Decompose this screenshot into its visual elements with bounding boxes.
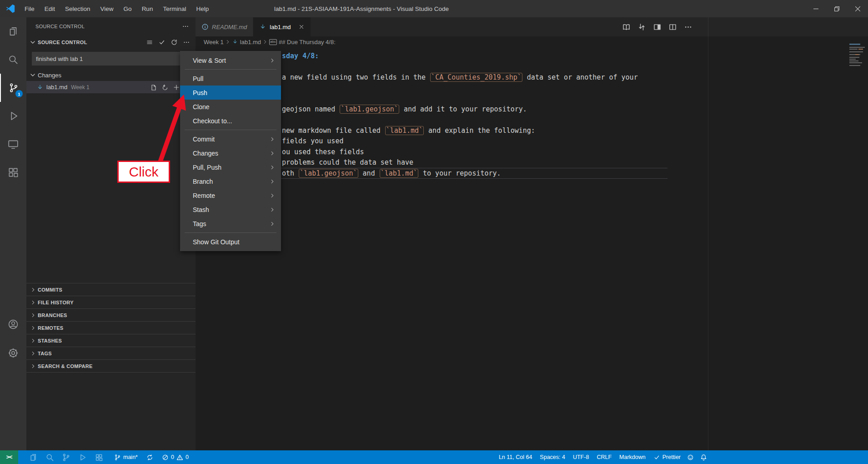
close-button[interactable] xyxy=(847,0,868,17)
code-line: geojson named `lab1.geojson` and add it … xyxy=(196,104,868,115)
breadcrumb-item-week-1[interactable]: Week 1 xyxy=(204,39,224,45)
context-menu-item-changes[interactable]: Changes xyxy=(180,146,281,160)
stage-changes-icon[interactable] xyxy=(173,84,180,91)
open-preview-icon[interactable] xyxy=(622,23,631,31)
chevron-right-icon xyxy=(30,338,36,344)
status-spaces-4[interactable]: Spaces: 4 xyxy=(537,450,567,464)
context-menu-item-remote[interactable]: Remote xyxy=(180,188,281,202)
code-line: fields you used xyxy=(196,136,868,146)
status-ln-11-col-64[interactable]: Ln 11, Col 64 xyxy=(497,450,534,464)
panel-label: FILE HISTORY xyxy=(38,300,74,305)
warnings-icon xyxy=(176,454,183,461)
tab-label: lab1.md xyxy=(270,24,291,30)
status-prettier[interactable]: Prettier xyxy=(651,450,683,464)
context-menu-item-branch[interactable]: Branch xyxy=(180,174,281,188)
panel-remotes[interactable]: REMOTES xyxy=(26,321,196,334)
panel-commits[interactable]: COMMITS xyxy=(26,283,196,296)
problems-status[interactable]: 0 0 xyxy=(160,450,191,464)
context-menu-item-pull[interactable]: Pull xyxy=(180,71,281,86)
editor[interactable]: sday 4/8: a new field using two fields i… xyxy=(196,47,868,450)
view-as-list-icon[interactable] xyxy=(146,39,153,46)
status-markdown[interactable]: Markdown xyxy=(617,450,648,464)
source-control-icon[interactable] xyxy=(62,453,70,462)
extensions-icon[interactable] xyxy=(0,158,26,187)
activity-bar: 1 xyxy=(0,17,26,450)
extensions-icon[interactable] xyxy=(95,453,103,462)
feedback-smiley-icon[interactable] xyxy=(685,450,696,464)
open-file-icon[interactable] xyxy=(150,84,157,91)
more-actions-icon[interactable] xyxy=(182,23,189,30)
menu-item-label: Pull xyxy=(193,75,203,82)
discard-changes-icon[interactable] xyxy=(161,84,169,91)
menu-view[interactable]: View xyxy=(95,0,119,17)
more-actions-icon[interactable] xyxy=(684,23,692,31)
refresh-icon[interactable] xyxy=(171,39,178,46)
panel-branches[interactable]: BRANCHES xyxy=(26,308,196,321)
tab-readme-md[interactable]: README.md xyxy=(196,17,253,36)
menu-selection[interactable]: Selection xyxy=(60,0,95,17)
panel-label: TAGS xyxy=(38,351,52,356)
context-menu-item-pull-push[interactable]: Pull, Push xyxy=(180,160,281,174)
context-menu-item-stash[interactable]: Stash xyxy=(180,202,281,217)
context-menu-item-commit[interactable]: Commit xyxy=(180,132,281,146)
split-editor-icon[interactable] xyxy=(668,23,677,31)
preview-side-icon[interactable] xyxy=(653,23,662,31)
search-icon[interactable] xyxy=(45,453,54,462)
context-menu-item-push[interactable]: Push xyxy=(180,86,281,100)
branch-status[interactable]: main* xyxy=(112,450,140,464)
tab-lab1-md[interactable]: lab1.md xyxy=(253,17,311,36)
chevron-right-icon xyxy=(269,57,276,64)
context-menu-item-clone[interactable]: Clone xyxy=(180,100,281,114)
context-menu-item-tags[interactable]: Tags xyxy=(180,217,281,231)
sync-button[interactable] xyxy=(144,450,156,464)
panel-search-compare[interactable]: SEARCH & COMPARE xyxy=(26,359,196,373)
status-crlf[interactable]: CRLF xyxy=(594,450,614,464)
breadcrumb-item-lab1-md[interactable]: lab1.md xyxy=(232,39,261,45)
remote-explorer-icon[interactable] xyxy=(0,130,26,158)
menu-edit[interactable]: Edit xyxy=(40,0,60,17)
explorer-icon[interactable] xyxy=(0,17,26,45)
explorer-icon[interactable] xyxy=(29,453,38,462)
run-icon[interactable] xyxy=(78,453,87,462)
menu-help[interactable]: Help xyxy=(191,0,214,17)
notifications-bell-icon[interactable] xyxy=(698,450,709,464)
search-icon[interactable] xyxy=(0,45,26,74)
menu-go[interactable]: Go xyxy=(119,0,137,17)
panel-file-history[interactable]: FILE HISTORY xyxy=(26,296,196,308)
source-control-icon[interactable]: 1 xyxy=(0,74,26,102)
restore-button[interactable] xyxy=(826,0,847,17)
menu-item-label: Remote xyxy=(193,192,215,199)
context-menu-item-checkout-to[interactable]: Checkout to... xyxy=(180,114,281,128)
context-menu-item-show-git-output[interactable]: Show Git Output xyxy=(180,235,281,249)
commit-check-icon[interactable] xyxy=(158,39,166,46)
menu-file[interactable]: File xyxy=(20,0,40,17)
window-controls xyxy=(805,0,868,17)
scm-provider-row[interactable]: SOURCE CONTROL xyxy=(26,35,196,49)
run-debug-icon[interactable] xyxy=(0,102,26,130)
open-changes-icon[interactable] xyxy=(637,23,646,31)
change-item-lab1-md[interactable]: lab1.md Week 1 xyxy=(26,81,196,93)
menu-terminal[interactable]: Terminal xyxy=(158,0,191,17)
status-utf-8[interactable]: UTF-8 xyxy=(571,450,591,464)
menu-run[interactable]: Run xyxy=(137,0,158,17)
context-menu-item-view-sort[interactable]: View & Sort xyxy=(180,53,281,67)
breadcrumb-item-due-thursday-4-8[interactable]: ## Due Thursday 4/8: xyxy=(269,39,336,45)
more-actions-icon[interactable] xyxy=(183,39,190,46)
status-bar: >< main* 0 0 Ln 11, Col 64Spaces: 4UTF-8… xyxy=(0,450,868,464)
code-line: ou used these fields xyxy=(196,147,868,157)
minimap[interactable] xyxy=(848,42,868,90)
remote-indicator[interactable]: >< xyxy=(0,450,18,464)
code-line xyxy=(196,83,868,93)
commit-message-input[interactable] xyxy=(32,52,190,66)
code-line xyxy=(196,94,868,104)
scm-badge: 1 xyxy=(15,90,23,97)
panel-stashes[interactable]: STASHES xyxy=(26,334,196,347)
chevron-right-icon xyxy=(30,350,36,357)
panel-tags[interactable]: TAGS xyxy=(26,347,196,359)
account-icon[interactable] xyxy=(0,313,26,335)
changes-section-header[interactable]: Changes xyxy=(26,69,196,81)
minimize-button[interactable] xyxy=(805,0,826,17)
close-tab-icon[interactable] xyxy=(298,24,305,30)
warnings-count: 0 xyxy=(186,454,189,460)
settings-gear-icon[interactable] xyxy=(0,342,26,364)
